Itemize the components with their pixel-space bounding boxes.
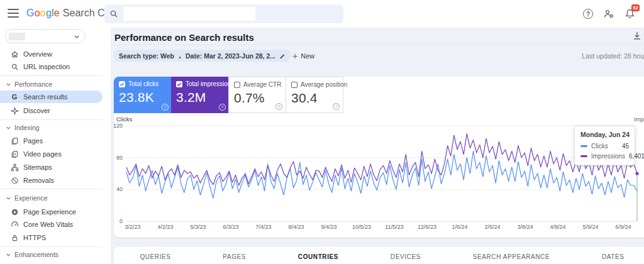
sidebar-item-https[interactable]: HTTPS [0,231,103,244]
tab-countries[interactable]: COUNTRIES [298,253,338,260]
search-icon [109,9,118,18]
checkbox-unchecked-icon[interactable] [234,82,240,88]
metric-toggle-row: Total clicks 23.8K Total impressions 3.2… [114,77,343,113]
tab-dates[interactable]: DATES [602,253,625,260]
metric-value: 0.7% [234,91,280,106]
export-icon[interactable] [632,31,642,41]
main-content: Performance on Search results Search typ… [111,28,644,264]
sidebar-item-label: HTTPS [23,234,46,241]
section-enhancements[interactable]: Enhancements [6,250,58,260]
sidebar-item-pages[interactable]: Pages [0,135,103,147]
metric-card-average-position[interactable]: Average position 30.4 [286,77,343,113]
section-experience[interactable]: Experience [6,193,48,203]
sidebar-item-label: Page Experience [23,208,76,216]
filter-chip-date-range[interactable]: Date: Mar 2, 2023-Jun 28, 2... [180,50,291,62]
y-axis-label-impressions: Impr [634,116,644,123]
sidebar-item-page-experience[interactable]: Page Experience [0,206,103,218]
user-settings-icon[interactable] [603,9,614,19]
sparkle-icon [10,106,19,115]
clicks-series-swatch [580,145,587,147]
metric-value: 3.2M [176,90,224,105]
checkbox-unchecked-icon[interactable] [291,82,297,88]
checkbox-checked-icon[interactable] [176,81,182,87]
performance-chart-card: Total clicks 23.8K Total impressions 3.2… [114,77,644,238]
topbar-actions: ? 52 [583,0,635,28]
global-search-bar[interactable] [104,4,343,23]
filter-chip-search-type[interactable]: Search type: Web [114,50,189,62]
metric-label: Total impressions [186,80,234,87]
sidebar-item-search-results[interactable]: G Search results [0,91,103,103]
sidebar-item-removals[interactable]: Removals [0,174,103,187]
chevron-down-icon [6,126,11,129]
help-icon[interactable] [219,104,226,111]
google-logo-letter: o [40,8,46,18]
section-performance[interactable]: Performance [6,79,52,89]
tab-devices[interactable]: DEVICES [391,253,421,260]
help-icon[interactable]: ? [583,9,593,19]
divider [0,189,103,189]
tooltip-series-name: Clicks [591,143,608,150]
search-icon [10,62,19,71]
property-selector[interactable] [5,29,86,43]
x-axis-tick: 5/3/23 [190,224,206,230]
new-filter-button[interactable]: + New [292,50,314,62]
metric-label: Average CTR [243,81,281,88]
divider [0,246,103,247]
hamburger-menu-icon[interactable] [8,9,19,18]
filter-chip-label: Date: Mar 2, 2023-Jun 28, 2... [186,52,275,60]
x-axis-tick: 6/3/23 [223,224,238,230]
divider [111,45,644,45]
divider [0,119,103,120]
pages-icon [10,136,19,145]
sidebar-item-url-inspection[interactable]: URL inspection [0,60,103,73]
sidebar-item-core-web-vitals[interactable]: Core Web Vitals [0,218,103,231]
sidebar-item-label: Pages [23,137,43,145]
x-axis-tick: 3/8/24 [517,224,533,230]
chevron-down-icon [6,83,11,86]
sidebar-item-label: URL inspection [23,63,70,70]
sidebar-item-discover[interactable]: Discover [0,104,103,117]
sidebar-item-label: Search results [23,93,67,101]
metric-card-total-impressions[interactable]: Total impressions 3.2M [171,77,229,113]
plus-icon: + [292,52,297,60]
sidebar-item-video-pages[interactable]: Video pages [0,148,103,160]
tooltip-row-clicks: Clicks 45 [580,143,629,150]
google-logo: Google [26,8,60,19]
edit-pencil-icon[interactable] [279,53,286,59]
help-icon[interactable] [275,103,282,110]
metric-card-total-clicks[interactable]: Total clicks 23.8K [114,77,172,113]
sidebar-item-sitemaps[interactable]: Sitemaps [0,161,103,173]
x-axis-tick: 11/5/23 [385,224,403,230]
chevron-down-icon [6,253,11,256]
tab-queries[interactable]: QUERIES [140,253,170,260]
chevron-down-icon [74,35,79,38]
tooltip-series-name: Impressions [591,153,625,160]
metric-card-average-ctr[interactable]: Average CTR 0.7% [228,77,286,113]
property-name-redacted [9,33,25,40]
sidebar-item-overview[interactable]: Overview [0,48,103,60]
y-axis-tick: 80 [116,155,123,161]
tab-pages[interactable]: PAGES [223,253,246,260]
checkbox-checked-icon[interactable] [119,81,125,87]
tooltip-series-value: 6,401 [629,153,644,160]
x-axis-tick: 1/6/24 [452,224,467,230]
y-axis-tick: 120 [113,123,123,129]
performance-line-chart[interactable]: 12080400 3/2/234/2/235/3/236/3/237/4/238… [126,126,637,221]
help-icon[interactable] [162,104,169,111]
metric-value: 23.8K [119,90,167,105]
last-updated-text: Last updated: 28 hou [582,52,644,60]
help-icon[interactable] [333,103,340,110]
sidebar-item-label: Removals [23,177,54,184]
chart-tooltip: Monday, Jun 24 Clicks 45 Impressions 6,4… [574,126,635,165]
impressions-series-swatch [580,155,587,157]
x-axis-tick: 10/5/23 [352,224,371,230]
section-indexing[interactable]: Indexing [6,123,40,133]
notifications-bell-icon[interactable]: 52 [625,8,635,19]
google-logo-letter: g [46,8,52,18]
y-axis-label-clicks: Clicks [116,116,132,123]
tab-search-appearance[interactable]: SEARCH APPEARANCE [473,253,550,260]
y-axis-tick: 0 [119,218,123,224]
sidebar-item-label: Sitemaps [23,163,52,171]
google-logo-letter: o [35,8,40,18]
divider [0,75,103,76]
